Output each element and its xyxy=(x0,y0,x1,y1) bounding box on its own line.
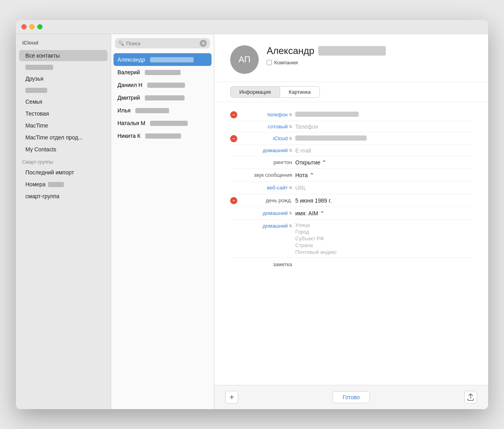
note-field-row: заметка xyxy=(230,258,472,271)
address-value[interactable]: Улица Город Субъект РФ Страна Почтовый и… xyxy=(295,222,472,255)
sidebar-item-lastimport[interactable]: Последний импорт xyxy=(19,167,108,178)
contact-lastname-blur-4 xyxy=(145,95,185,100)
messagesound-label-group: звук сообщения xyxy=(240,172,292,178)
home-email-label-group: домашний ⇅ xyxy=(240,147,292,153)
address-label: домашний xyxy=(263,223,288,229)
sidebar-item-smartgroup[interactable]: смарт-группа xyxy=(19,191,108,202)
website-value[interactable]: URL xyxy=(295,185,472,191)
messagesound-value[interactable]: Нота ⌃ xyxy=(295,172,472,178)
numbers-blur xyxy=(48,182,64,187)
home-email-value[interactable]: E-mail xyxy=(295,147,472,154)
website-stepper-icon[interactable]: ⇅ xyxy=(289,186,292,190)
search-input[interactable] xyxy=(126,41,198,46)
ringtone-label: рингтон xyxy=(273,159,292,165)
birthday-label: день рожд. xyxy=(265,197,292,203)
contact-name-7: Никита К xyxy=(117,133,140,139)
done-button[interactable]: Готово xyxy=(333,391,369,403)
close-button[interactable] xyxy=(21,24,27,29)
contact-header-info: Александр Компания xyxy=(267,45,472,66)
tab-picture[interactable]: Картинка xyxy=(280,86,320,98)
messagesound-field-row: звук сообщения Нота ⌃ xyxy=(230,169,472,182)
aim-stepper-icon[interactable]: ⇅ xyxy=(289,211,292,215)
contact-name-3: Даниил Н xyxy=(117,82,142,88)
note-label: заметка xyxy=(273,261,292,267)
share-button[interactable] xyxy=(464,391,477,404)
address-block: Улица Город Субъект РФ Страна Почтовый и… xyxy=(295,222,472,255)
website-label-group: веб-сайт ⇅ xyxy=(240,185,292,191)
sidebar-item-test[interactable]: Тестовая xyxy=(19,108,108,119)
sidebar-app-label: iCloud xyxy=(16,38,111,50)
contact-entry-5[interactable]: Илья xyxy=(111,104,214,117)
contact-entry-6[interactable]: Наталья М xyxy=(111,117,214,129)
email-field-row: − iCloud ⇅ xyxy=(230,132,472,145)
website-label: веб-сайт xyxy=(267,185,288,191)
icloud-label: iCloud xyxy=(273,135,288,141)
address-label-group: домашний ⇅ xyxy=(240,222,292,229)
contact-entry-4[interactable]: Дмитрий xyxy=(111,91,214,104)
address-field-row: домашний ⇅ Улица Город Субъект РФ Страна… xyxy=(230,220,472,258)
tabs-area: Информация Картинка xyxy=(214,82,488,102)
icloud-stepper-icon[interactable]: ⇅ xyxy=(289,136,292,141)
traffic-lights xyxy=(21,24,42,29)
note-label-group: заметка xyxy=(240,261,292,267)
phone-value-blur xyxy=(295,112,359,117)
phone-value[interactable] xyxy=(295,112,472,118)
contact-name-5: Илья xyxy=(117,107,131,114)
contact-entry-2[interactable]: Валерий xyxy=(111,66,214,79)
address-city: Город xyxy=(295,229,472,235)
sidebar-item-mycontacts[interactable]: My Contacts xyxy=(19,144,108,155)
contact-entry-3[interactable]: Даниил Н xyxy=(111,79,214,91)
birthday-field-row: − день рожд. 5 июня 1989 г. xyxy=(230,194,472,207)
sidebar-item-mactimeotdel[interactable]: MacTime отдел прод... xyxy=(19,132,108,143)
address-stepper-icon[interactable]: ⇅ xyxy=(289,224,292,228)
remove-phone-button[interactable]: − xyxy=(230,111,237,118)
search-icon: 🔍 xyxy=(118,41,124,46)
cellular-stepper-icon[interactable]: ⇅ xyxy=(289,124,292,129)
remove-email-button[interactable]: − xyxy=(230,135,237,142)
add-button[interactable]: + xyxy=(225,391,238,404)
company-checkbox[interactable] xyxy=(267,60,272,65)
tab-info[interactable]: Информация xyxy=(230,86,280,98)
sidebar-item-all[interactable]: Все контакты xyxy=(19,50,108,61)
contact-name-6: Наталья М xyxy=(117,120,145,126)
sidebar: iCloud Все контакты Друзья Семья Тестова… xyxy=(16,34,111,409)
website-field-row: веб-сайт ⇅ URL xyxy=(230,182,472,194)
sidebar-item-mactime[interactable]: MacTime xyxy=(19,120,108,131)
home-email-stepper-icon[interactable]: ⇅ xyxy=(289,148,292,153)
contact-entry-1[interactable]: Александр xyxy=(113,53,212,66)
detail-header: АП Александр Компания xyxy=(214,34,488,82)
minimize-button[interactable] xyxy=(29,24,35,29)
cellular-label-group: сотовый ⇅ xyxy=(240,124,292,129)
icloud-label-group: iCloud ⇅ xyxy=(240,135,292,141)
sidebar-item-family[interactable]: Семья xyxy=(19,96,108,107)
contact-list: 🔍 ✕ Александр Валерий Даниил Н xyxy=(111,34,214,409)
contact-first-name: Александр xyxy=(267,45,314,56)
search-clear-button[interactable]: ✕ xyxy=(200,40,207,47)
cellular-value[interactable]: Телефон xyxy=(295,124,472,130)
cellular-label: сотовый xyxy=(268,124,288,129)
email-value[interactable] xyxy=(295,135,472,142)
search-bar: 🔍 ✕ xyxy=(111,34,214,52)
contact-entry-7[interactable]: Никита К xyxy=(111,129,214,142)
sidebar-item-friends[interactable]: Друзья xyxy=(19,73,108,84)
birthday-value[interactable]: 5 июня 1989 г. xyxy=(295,197,472,204)
titlebar xyxy=(16,20,488,34)
remove-birthday-button[interactable]: − xyxy=(230,197,237,204)
ringtone-value[interactable]: Открытие ⌃ xyxy=(295,159,472,166)
contacts-window: iCloud Все контакты Друзья Семья Тестова… xyxy=(16,20,488,409)
address-zip: Почтовый индекс xyxy=(295,249,472,255)
contact-lastname-blur-5 xyxy=(135,108,169,113)
maximize-button[interactable] xyxy=(37,24,42,29)
smart-groups-label: Смарт-группы xyxy=(16,155,111,166)
sidebar-item-numbers[interactable]: Номера xyxy=(19,179,108,190)
search-input-wrap[interactable]: 🔍 ✕ xyxy=(115,38,210,48)
sidebar-blurred-1 xyxy=(25,65,53,70)
phone-stepper-icon[interactable]: ⇅ xyxy=(289,112,292,117)
home-email-field-row: домашний ⇅ E-mail xyxy=(230,145,472,156)
address-country: Страна xyxy=(295,242,472,248)
detail-footer: + Готово xyxy=(214,385,488,409)
contact-full-name: Александр xyxy=(267,45,472,56)
ringtone-label-group: рингтон xyxy=(240,159,292,165)
contact-name-2: Валерий xyxy=(117,69,140,75)
aim-value[interactable]: имя: AIM ⌃ xyxy=(295,210,472,216)
